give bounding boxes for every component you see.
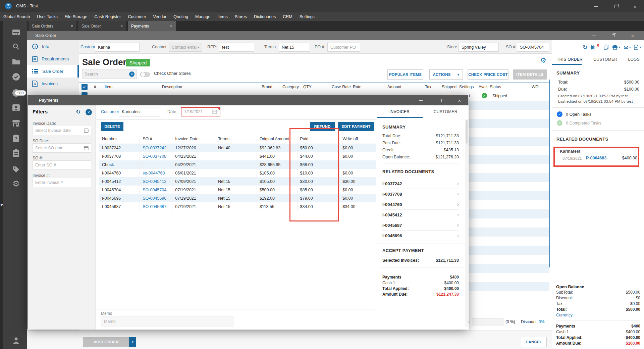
items-col-case-rate[interactable]: Case Rate bbox=[332, 85, 351, 89]
refund-button[interactable]: REFUND bbox=[310, 122, 335, 131]
mail-dropdown-icon[interactable]: ▾ bbox=[629, 46, 631, 49]
tab-payments[interactable]: Payments× bbox=[128, 21, 176, 31]
items-col-settings[interactable]: Settings bbox=[459, 85, 474, 89]
payment-row-I-0044760[interactable]: I-0044760so-004476006/01/2021$105.00$10.… bbox=[99, 169, 376, 177]
kv-currency-[interactable]: Currency: bbox=[556, 313, 640, 317]
menu-item-global-search[interactable]: Global Search bbox=[3, 14, 30, 19]
items-col-category[interactable]: Category bbox=[282, 85, 299, 89]
restore-icon[interactable] bbox=[610, 3, 621, 10]
so-minimize-icon[interactable] bbox=[588, 32, 599, 39]
refresh-icon[interactable]: ↻ bbox=[583, 44, 587, 51]
help-clipboard-icon[interactable]: ? bbox=[11, 133, 21, 144]
so-link[interactable]: SO-0045696 bbox=[143, 196, 166, 201]
payment-row-I-0045412[interactable]: I-0045412SO-004541207/09/2021Net 15$105.… bbox=[99, 177, 376, 186]
menu-item-stores[interactable]: Stores bbox=[235, 14, 247, 19]
tab-close-icon[interactable]: × bbox=[71, 24, 73, 29]
payment-row-Check[interactable]: Check04/29/2021$28,655.95$68.00 bbox=[99, 160, 376, 169]
menu-item-customer[interactable]: Customer bbox=[128, 14, 146, 19]
cancel-button[interactable]: CANCEL bbox=[521, 337, 547, 347]
actions-button[interactable]: ACTIONS bbox=[429, 69, 454, 80]
item-details-button[interactable]: ITEM DETAILS bbox=[513, 69, 547, 80]
dialog-date-field[interactable]: 7/19/2021 bbox=[181, 107, 220, 116]
export-file-icon[interactable] bbox=[634, 45, 638, 50]
tab-invoices[interactable]: INVOICES bbox=[376, 109, 423, 114]
settings-gear-icon[interactable]: ⚙ bbox=[11, 178, 21, 189]
tab-close-icon[interactable]: × bbox=[170, 24, 172, 29]
discount-value-link[interactable]: 0% bbox=[539, 319, 544, 324]
tab-sale-orders[interactable]: Sale Orders× bbox=[29, 21, 76, 31]
so-link[interactable]: SO-0045704 bbox=[143, 188, 166, 192]
tab-logs[interactable]: LOGS bbox=[628, 57, 640, 62]
col-invoice-date[interactable]: Invoice Date bbox=[172, 135, 215, 144]
open-tasks-row[interactable]: ✓ 0 Open Tasks bbox=[557, 111, 591, 117]
dashboard-icon[interactable] bbox=[11, 27, 21, 38]
items-col-shipped[interactable]: Shipped bbox=[442, 85, 457, 89]
user-profile-icon[interactable] bbox=[11, 335, 21, 346]
so-link[interactable]: SO-0037242 bbox=[143, 146, 166, 150]
terms-field[interactable]: Net 15 bbox=[279, 43, 310, 52]
items-col-amount[interactable]: Amount bbox=[387, 85, 401, 89]
items-col-brand[interactable]: Brand bbox=[262, 85, 272, 89]
menu-item-dictionaries[interactable]: Dictionaries bbox=[254, 14, 276, 19]
folders-icon[interactable] bbox=[11, 56, 21, 67]
invoice-date-filter[interactable]: Select Invoice date bbox=[33, 126, 91, 135]
nav-item-sale-order[interactable]: Sale Order bbox=[27, 65, 79, 78]
col-paid[interactable]: Paid bbox=[297, 135, 340, 144]
void-order-dropdown-icon[interactable]: ▾ bbox=[129, 337, 136, 347]
actions-dropdown-icon[interactable]: ▾ bbox=[454, 69, 463, 80]
check-price-cost-button[interactable]: CHECK PRICE COST bbox=[468, 69, 508, 80]
store-field[interactable]: Spring Valley bbox=[459, 43, 499, 52]
col-number[interactable]: Number bbox=[99, 135, 140, 144]
memo-input[interactable]: Memo bbox=[101, 316, 234, 327]
search-icon[interactable] bbox=[11, 41, 21, 52]
tab-close-icon[interactable]: × bbox=[120, 24, 123, 29]
payment-row-I-0037242[interactable]: I-0037242SO-003724212/27/2020Net 40$92,0… bbox=[99, 144, 376, 152]
payment-row-I-0045687[interactable]: I-0045687SO-004568707/19/2021Net 15$113.… bbox=[99, 202, 376, 211]
so-date-filter[interactable]: Select SO date bbox=[33, 143, 91, 153]
menu-item-quoting[interactable]: Quoting bbox=[173, 14, 188, 19]
copy-icon[interactable] bbox=[604, 45, 609, 50]
filters-close-icon[interactable]: × bbox=[86, 109, 92, 115]
tag-icon[interactable] bbox=[11, 164, 21, 175]
tab-sale-order[interactable]: Sale Order× bbox=[78, 21, 126, 31]
so-number-filter[interactable]: Enter SO # bbox=[33, 160, 91, 170]
scrollbar[interactable] bbox=[465, 119, 468, 327]
close-icon[interactable]: × bbox=[629, 3, 641, 10]
items-col-avail[interactable]: Avail bbox=[479, 85, 487, 89]
menu-item-vendor[interactable]: Vendor bbox=[153, 14, 167, 19]
payment-row-I-0045696[interactable]: I-0045696SO-004569607/19/2021Net 15$192.… bbox=[99, 194, 376, 202]
clear-search-icon[interactable]: × bbox=[129, 71, 135, 77]
items-col-description[interactable]: Description bbox=[162, 85, 182, 89]
delete-button[interactable]: DELETE bbox=[101, 122, 123, 131]
export-dropdown-icon[interactable]: ▾ bbox=[639, 46, 641, 49]
minimize-icon[interactable] bbox=[590, 3, 602, 10]
items-col-status[interactable]: Status bbox=[490, 85, 501, 89]
edit-payment-button[interactable]: EDIT PAYMENT bbox=[338, 122, 374, 131]
po-field[interactable]: Customer PO bbox=[327, 43, 360, 52]
col-write-off[interactable]: Write off bbox=[340, 135, 376, 144]
row-checkbox[interactable] bbox=[82, 92, 88, 95]
items-col--[interactable]: # bbox=[94, 85, 96, 89]
dialog-maximize-icon[interactable] bbox=[434, 97, 446, 104]
related-document-I-0045687[interactable]: I-0045687› bbox=[382, 220, 459, 231]
store-icon[interactable] bbox=[11, 118, 21, 129]
customer-contact-icon[interactable] bbox=[11, 102, 21, 113]
related-document-I-0037242[interactable]: I-0037242› bbox=[382, 179, 459, 189]
clipboard-icon[interactable] bbox=[11, 148, 21, 159]
dialog-customer-field[interactable]: Karinatest bbox=[119, 107, 160, 116]
col-original-amount[interactable]: Original Amount bbox=[257, 135, 297, 144]
so-link[interactable]: SO-0037708 bbox=[143, 154, 166, 159]
menu-item-crm[interactable]: CRM bbox=[283, 14, 292, 19]
dialog-minimize-icon[interactable] bbox=[415, 97, 426, 104]
menu-item-cash-register[interactable]: Cash Register bbox=[94, 14, 121, 19]
print-icon[interactable] bbox=[612, 45, 618, 50]
nav-item-invoices[interactable]: IN Invoices bbox=[27, 78, 79, 90]
select-all-checkbox[interactable]: ✓ bbox=[82, 84, 88, 90]
items-col-tax[interactable]: Tax bbox=[425, 85, 431, 89]
related-document-I-0044760[interactable]: I-0044760› bbox=[382, 199, 459, 210]
completed-tasks-row[interactable]: ✓ 0 Completed Tasks bbox=[557, 120, 601, 126]
dialog-close-icon[interactable]: × bbox=[454, 97, 465, 104]
contact-dropdown[interactable]: Contact email▾ bbox=[169, 43, 202, 52]
print-dropdown-icon[interactable]: ▾ bbox=[619, 46, 621, 49]
search-input[interactable]: Search × bbox=[82, 69, 137, 79]
